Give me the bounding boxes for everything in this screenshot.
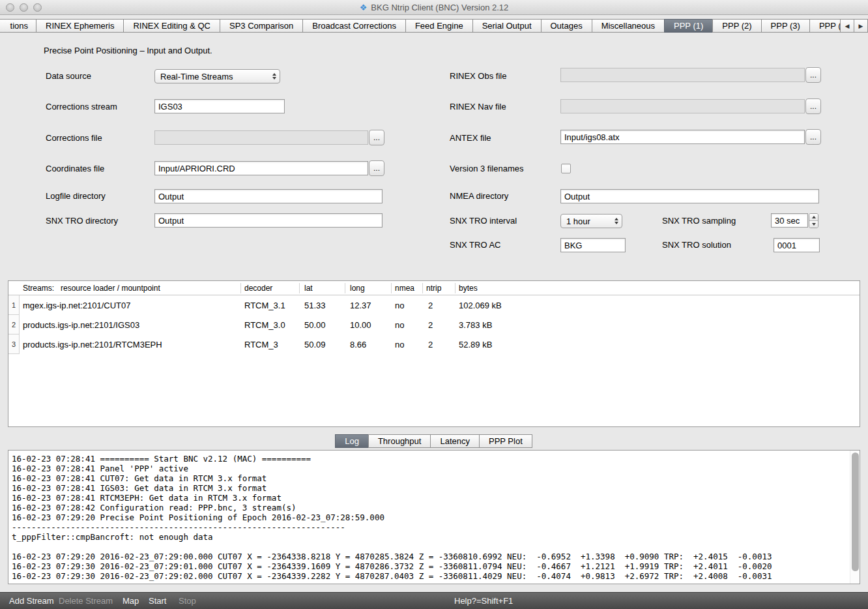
stepper-down-button[interactable] bbox=[809, 220, 818, 228]
antex-file-label: ANTEX file bbox=[450, 133, 491, 143]
stream-row[interactable]: 1 mgex.igs-ip.net:2101/CUT07 RTCM_3.1 51… bbox=[8, 295, 860, 315]
antex-browse-button[interactable]: ... bbox=[805, 129, 821, 145]
stream-row[interactable]: 2 products.igs-ip.net:2101/IGS03 RTCM_3.… bbox=[8, 315, 860, 334]
tab-log[interactable]: Log bbox=[335, 434, 369, 448]
stream-ntrip: 2 bbox=[428, 301, 433, 310]
antex-file-input[interactable] bbox=[560, 130, 805, 144]
col-header-lat[interactable]: lat bbox=[304, 284, 313, 293]
tab-broadcast-corrections[interactable]: Broadcast Corrections bbox=[302, 19, 406, 33]
stream-row[interactable]: 3 products.igs-ip.net:2101/RTCM3EPH RTCM… bbox=[8, 334, 860, 354]
corrections-file-browse-button[interactable]: ... bbox=[369, 130, 384, 145]
tab-serial-output[interactable]: Serial Output bbox=[472, 19, 542, 33]
help-hint: Help?=Shift+F1 bbox=[454, 593, 513, 609]
tab-ppp-3[interactable]: PPP (3) bbox=[761, 19, 810, 33]
stream-decoder: RTCM_3 bbox=[244, 340, 278, 349]
streams-table-header: Streams: resource loader / mountpoint de… bbox=[8, 281, 860, 295]
column-divider bbox=[240, 283, 241, 293]
stream-nmea: no bbox=[395, 340, 404, 349]
rinex-obs-browse-button[interactable]: ... bbox=[805, 67, 821, 83]
snx-tro-interval-select[interactable]: 1 hour bbox=[560, 214, 622, 228]
rinex-obs-file-input[interactable] bbox=[560, 68, 805, 82]
nmea-directory-input[interactable] bbox=[560, 189, 819, 203]
stream-long: 10.00 bbox=[350, 320, 371, 330]
map-button[interactable]: Map bbox=[123, 593, 139, 609]
corrections-stream-label: Corrections stream bbox=[46, 102, 117, 111]
column-divider bbox=[455, 283, 456, 293]
stream-bytes: 3.783 kB bbox=[459, 320, 492, 330]
stream-mountpoint: mgex.igs-ip.net:2101/CUT07 bbox=[23, 301, 130, 310]
stream-decoder: RTCM_3.1 bbox=[244, 301, 285, 310]
app-icon: ❖ bbox=[360, 3, 368, 12]
start-button[interactable]: Start bbox=[149, 593, 166, 609]
window-title: ❖BKG Ntrip Client (BNC) Version 2.12 bbox=[0, 0, 868, 15]
col-header-long[interactable]: long bbox=[350, 284, 365, 293]
rinex-nav-file-input[interactable] bbox=[560, 99, 805, 113]
rinex-nav-browse-button[interactable]: ... bbox=[805, 98, 821, 114]
col-header-mountpoint[interactable]: Streams: resource loader / mountpoint bbox=[23, 284, 160, 293]
tab-outages[interactable]: Outages bbox=[541, 19, 592, 33]
tab-throughput[interactable]: Throughput bbox=[368, 434, 431, 448]
col-header-decoder[interactable]: decoder bbox=[244, 284, 272, 293]
tab-miscellaneous[interactable]: Miscellaneous bbox=[592, 19, 665, 33]
version3-filenames-checkbox[interactable] bbox=[561, 164, 571, 173]
logfile-directory-input[interactable] bbox=[154, 189, 383, 203]
statusbar: Add Stream Delete Stream Map Start Stop … bbox=[0, 592, 868, 609]
tab-ppp-2[interactable]: PPP (2) bbox=[712, 19, 761, 33]
rinex-nav-file-label: RINEX Nav file bbox=[450, 102, 506, 111]
snx-tro-ac-label: SNX TRO AC bbox=[450, 240, 501, 250]
nmea-directory-label: NMEA directory bbox=[450, 191, 508, 201]
stream-bytes: 52.89 kB bbox=[459, 340, 492, 349]
tab-latency[interactable]: Latency bbox=[430, 434, 480, 448]
data-source-value: Real-Time Streams bbox=[160, 72, 233, 82]
tab-partial[interactable]: tions bbox=[0, 19, 36, 33]
delete-stream-button[interactable]: Delete Stream bbox=[59, 593, 113, 609]
coordinates-file-input[interactable] bbox=[154, 161, 368, 175]
snx-tro-sampling-stepper bbox=[809, 213, 818, 228]
chevron-down-icon bbox=[812, 223, 816, 226]
coordinates-file-browse-button[interactable]: ... bbox=[369, 160, 384, 176]
stream-mountpoint: products.igs-ip.net:2101/IGS03 bbox=[23, 320, 139, 330]
row-number: 2 bbox=[8, 315, 20, 334]
version3-filenames-label: Version 3 filenames bbox=[450, 164, 523, 173]
col-header-bytes[interactable]: bytes bbox=[459, 284, 478, 293]
stream-long: 8.66 bbox=[350, 340, 366, 349]
main-tabbar: tions RINEX Ephemeris RINEX Editing & QC… bbox=[0, 19, 868, 33]
add-stream-button[interactable]: Add Stream bbox=[9, 593, 54, 609]
tab-ppp-plot[interactable]: PPP Plot bbox=[479, 434, 532, 448]
stop-button[interactable]: Stop bbox=[179, 593, 196, 609]
tab-rinex-editing-qc[interactable]: RINEX Editing & QC bbox=[123, 19, 220, 33]
data-source-select[interactable]: Real-Time Streams bbox=[154, 69, 280, 83]
stepper-up-button[interactable] bbox=[809, 214, 818, 220]
stream-lat: 50.00 bbox=[304, 320, 326, 330]
popup-arrows-icon bbox=[615, 215, 618, 228]
tab-feed-engine[interactable]: Feed Engine bbox=[405, 19, 473, 33]
column-divider bbox=[299, 283, 300, 293]
tab-scroll-right-icon[interactable]: ▶ bbox=[854, 19, 868, 33]
snx-tro-ac-input[interactable] bbox=[560, 238, 626, 252]
snx-tro-solution-input[interactable] bbox=[774, 238, 820, 252]
corrections-stream-input[interactable] bbox=[154, 99, 285, 113]
row-number: 1 bbox=[8, 295, 20, 315]
scrollbar-thumb[interactable] bbox=[852, 453, 859, 571]
stream-ntrip: 2 bbox=[428, 320, 433, 330]
snx-tro-interval-label: SNX TRO interval bbox=[450, 216, 517, 226]
log-scrollbar[interactable] bbox=[850, 451, 860, 584]
tab-scroll-arrows: ◀ ▶ bbox=[841, 19, 868, 33]
col-header-ntrip[interactable]: ntrip bbox=[426, 284, 441, 293]
stream-long: 12.37 bbox=[350, 301, 371, 310]
snx-tro-directory-input[interactable] bbox=[154, 213, 383, 228]
popup-arrows-icon bbox=[272, 70, 276, 83]
corrections-file-input[interactable] bbox=[154, 130, 368, 145]
tab-scroll-left-icon[interactable]: ◀ bbox=[840, 19, 854, 33]
col-header-nmea[interactable]: nmea bbox=[395, 284, 414, 293]
stream-decoder: RTCM_3.0 bbox=[244, 320, 285, 330]
snx-tro-solution-label: SNX TRO solution bbox=[662, 240, 731, 250]
row-number: 3 bbox=[8, 334, 20, 354]
snx-tro-sampling-input[interactable] bbox=[771, 213, 808, 228]
tab-ppp-1[interactable]: PPP (1) bbox=[664, 19, 713, 33]
snx-tro-directory-label: SNX TRO directory bbox=[46, 216, 118, 226]
page-title: Precise Point Positioning – Input and Ou… bbox=[44, 46, 212, 55]
stream-ntrip: 2 bbox=[428, 340, 433, 349]
tab-sp3-comparison[interactable]: SP3 Comparison bbox=[220, 19, 303, 33]
tab-rinex-ephemeris[interactable]: RINEX Ephemeris bbox=[36, 19, 124, 33]
